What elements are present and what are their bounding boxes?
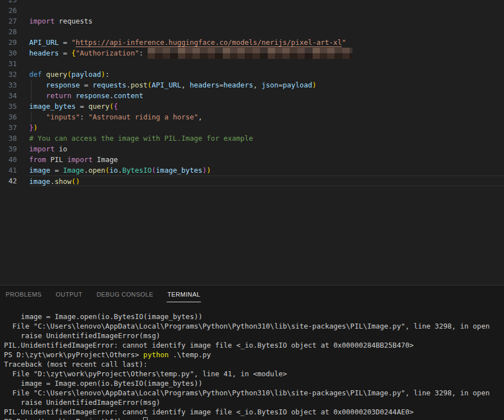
panel-tab-bar: PROBLEMSOUTPUTDEBUG CONSOLETERMINAL <box>0 285 504 303</box>
line-number[interactable]: 35 <box>0 101 17 112</box>
editor-code-line[interactable]: 30headers = {"Authorization": <box>0 48 504 58</box>
editor-code-line[interactable]: 32def query(payload): <box>0 69 504 80</box>
line-number[interactable]: 29 <box>0 37 17 48</box>
editor-code-line[interactable]: 27import requests <box>0 16 504 26</box>
editor-code-line[interactable]: 42image.show() <box>0 176 504 186</box>
terminal-line: image = Image.open(io.BytesIO(image_byte… <box>0 312 504 321</box>
editor-code-line[interactable]: 41image = Image.open(io.BytesIO(image_by… <box>0 165 504 176</box>
code-token: "Authorization" <box>76 49 139 57</box>
editor-code-line[interactable]: 38# You can access the image with PIL.Im… <box>0 133 504 144</box>
line-number[interactable]: 40 <box>0 154 17 165</box>
line-number[interactable]: 30 <box>0 48 17 58</box>
terminal-text: python <box>143 350 168 359</box>
code-token: } <box>29 123 34 132</box>
editor-code-line[interactable]: 35image_bytes = query({ <box>0 101 504 112</box>
terminal-text: Traceback (most recent call last): <box>4 360 148 368</box>
line-number[interactable]: 38 <box>0 133 17 144</box>
line-number[interactable]: 32 <box>0 69 17 80</box>
code-token: = <box>80 81 93 89</box>
panel-tab-debug-console[interactable]: DEBUG CONSOLE <box>96 287 154 302</box>
editor-code-line[interactable]: 26 <box>0 5 504 16</box>
editor-code-line[interactable]: 28 <box>0 26 504 37</box>
code-token: { <box>71 49 76 57</box>
code-token: import <box>67 155 93 164</box>
code-token: image_bytes <box>29 102 76 110</box>
terminal-output[interactable]: image = Image.open(io.BytesIO(image_byte… <box>0 312 504 420</box>
code-token <box>42 70 47 79</box>
editor-code-line[interactable]: 34 return response.content <box>0 90 504 101</box>
code-token: PIL <box>46 155 67 164</box>
code-token: content <box>114 91 144 100</box>
code-token: image <box>29 166 51 174</box>
line-number[interactable]: 28 <box>0 26 17 37</box>
editor-code-line[interactable]: 31 <box>0 58 504 69</box>
editor-code-line[interactable]: 25 <box>0 0 504 5</box>
indent-guide <box>31 80 31 90</box>
code-token: ) <box>207 166 211 174</box>
bottom-panel: PROBLEMSOUTPUTDEBUG CONSOLETERMINAL imag… <box>0 285 504 420</box>
line-number[interactable]: 42 <box>0 176 17 186</box>
indent-guide <box>31 112 31 122</box>
code-editor[interactable]: 252627import requests2829API_URL = "http… <box>0 0 504 285</box>
code-token: = <box>278 81 283 89</box>
code-token: image_bytes <box>156 166 203 174</box>
code-text: image.show() <box>29 176 504 186</box>
editor-code-line[interactable]: 33 response = requests.post(API_URL, hea… <box>0 80 504 90</box>
terminal-line: raise UnidentifiedImageError(msg) <box>0 331 504 340</box>
code-token: { <box>114 102 118 110</box>
code-token: headers <box>223 81 253 89</box>
line-number[interactable]: 33 <box>0 80 17 90</box>
code-token: , <box>253 81 262 89</box>
code-token <box>29 113 46 121</box>
code-token: ) <box>312 81 317 89</box>
code-text <box>29 26 504 37</box>
code-token: Image <box>63 166 84 174</box>
editor-code-line[interactable]: 37}) <box>0 122 504 133</box>
editor-code-line[interactable]: 36 "inputs": "Astronaut riding a horse", <box>0 112 504 122</box>
code-token: io <box>54 145 67 153</box>
terminal-text: raise UnidentifiedImageError(msg) <box>4 331 160 340</box>
code-token: API_URL <box>29 38 59 47</box>
line-number[interactable]: 26 <box>0 5 17 16</box>
code-text: "inputs": "Astronaut riding a horse", <box>29 112 504 122</box>
code-token: : <box>139 49 148 57</box>
line-number[interactable]: 39 <box>0 144 17 154</box>
code-text: import requests <box>29 16 504 26</box>
terminal-cursor[interactable] <box>143 417 148 420</box>
code-token <box>29 91 46 100</box>
code-token: response <box>46 81 80 89</box>
code-token: . <box>118 166 122 174</box>
editor-code-line[interactable]: 40from PIL import Image <box>0 154 504 165</box>
terminal-line: Traceback (most recent call last): <box>0 359 504 369</box>
editor-code-line[interactable]: 29API_URL = "https://api-inference.huggi… <box>0 37 504 48</box>
code-token: "Astronaut riding a horse" <box>88 113 198 121</box>
censored-token-blur <box>148 48 352 59</box>
terminal-text: .\temp.py <box>169 350 211 359</box>
line-number[interactable]: 41 <box>0 165 17 176</box>
code-token: = <box>59 49 72 57</box>
line-number[interactable]: 25 <box>0 0 17 5</box>
line-number[interactable]: 31 <box>0 58 17 69</box>
terminal-text: PS D:\zyt\work\pyProject\Others> <box>4 350 143 359</box>
editor-code-line[interactable]: 39import io <box>0 144 504 154</box>
panel-tab-output[interactable]: OUTPUT <box>55 287 83 302</box>
code-text <box>29 5 504 16</box>
line-number[interactable]: 37 <box>0 122 17 133</box>
code-token <box>71 91 76 100</box>
code-token: , <box>198 113 203 121</box>
code-token: = <box>76 102 89 110</box>
line-number[interactable]: 27 <box>0 16 17 26</box>
terminal-text: PIL.UnidentifiedImageError: cannot ident… <box>4 408 414 416</box>
code-text: API_URL = "https://api-inference.hugging… <box>29 37 504 48</box>
panel-tab-terminal[interactable]: TERMINAL <box>167 287 201 302</box>
panel-tab-problems[interactable]: PROBLEMS <box>5 287 42 302</box>
code-token: https://api-inference.huggingface.co/mod… <box>76 38 342 47</box>
line-number[interactable]: 34 <box>0 90 17 101</box>
code-token: response <box>76 91 109 100</box>
terminal-text: File "D:\zyt\work\pyProject\Others\temp.… <box>4 370 287 378</box>
code-token: ) <box>76 177 80 186</box>
code-token: import <box>29 145 54 153</box>
code-token: ( <box>152 166 156 174</box>
terminal-line: raise UnidentifiedImageError(msg) <box>0 398 504 407</box>
line-number[interactable]: 36 <box>0 112 17 122</box>
